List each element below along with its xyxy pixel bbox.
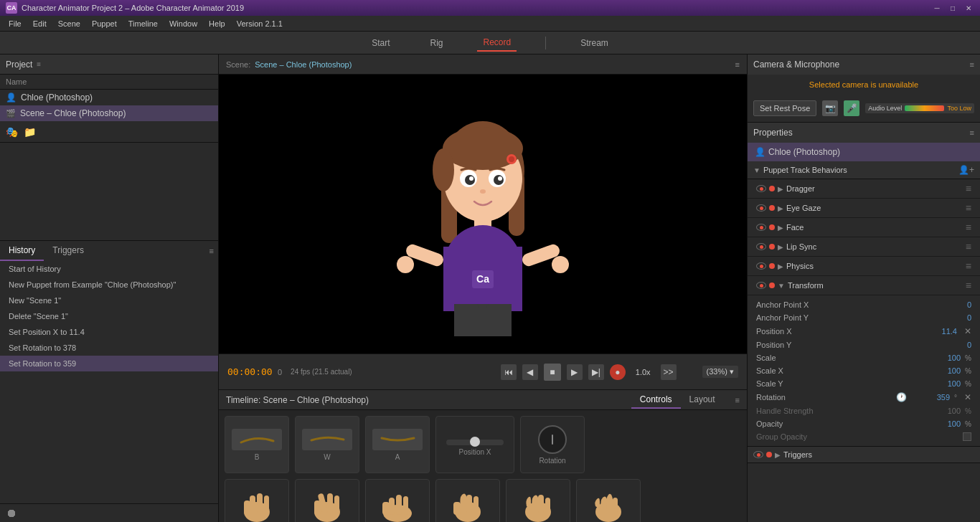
pos-y-value[interactable]: 0 — [936, 341, 971, 349]
eyegaze-menu-icon[interactable]: ≡ — [966, 202, 971, 214]
lipsync-menu-icon[interactable]: ≡ — [966, 241, 971, 252]
history-item-1[interactable]: New Puppet from Example "Chloe (Photosho… — [0, 277, 218, 293]
puppet-item[interactable]: 👤 Chloe (Photoshop) — [748, 143, 980, 161]
menu-scene[interactable]: Scene — [52, 18, 86, 29]
history-item-6[interactable]: Set Rotation to 359 — [0, 356, 218, 371]
toolbar-start[interactable]: Start — [366, 35, 395, 51]
properties-menu-icon[interactable]: ≡ — [970, 128, 974, 137]
tab-history[interactable]: History — [0, 241, 44, 261]
mic-icon[interactable]: 🎤 — [844, 100, 859, 116]
tab-triggers[interactable]: Triggers — [44, 241, 93, 261]
physics-dot-icon[interactable] — [769, 263, 775, 269]
minimize-button[interactable]: ─ — [931, 3, 943, 13]
pos-x-clear-icon[interactable]: ✕ — [964, 326, 971, 336]
history-item-5[interactable]: Set Rotation to 378 — [0, 340, 218, 356]
record-button[interactable]: ● — [610, 364, 626, 380]
eyegaze-dot-icon[interactable] — [769, 205, 775, 211]
group-opacity-checkbox[interactable] — [963, 432, 971, 441]
scene-menu-icon[interactable]: ≡ — [735, 60, 740, 69]
eyegaze-eye-icon[interactable] — [756, 204, 766, 212]
zoom-level[interactable]: (33%) ▾ — [702, 366, 738, 378]
triggers-dot-icon[interactable] — [766, 452, 772, 457]
project-item-scene[interactable]: 🎬 Scene – Chloe (Photoshop) — [0, 105, 218, 121]
history-menu-icon[interactable]: ≡ — [209, 247, 214, 255]
scale-value[interactable]: 100 — [925, 353, 961, 362]
dragger-menu-icon[interactable]: ≡ — [966, 183, 971, 194]
play-button[interactable]: ▶ — [567, 364, 583, 380]
hand-control-3[interactable] — [365, 479, 430, 522]
tab-layout[interactable]: Layout — [681, 392, 724, 409]
physics-eye-icon[interactable] — [756, 262, 766, 270]
transform-dot-icon[interactable] — [769, 283, 775, 288]
history-item-2[interactable]: New "Scene 1" — [0, 293, 218, 308]
eyebrow-w-control[interactable]: W — [295, 416, 359, 473]
rotation-control[interactable]: Rotation — [520, 416, 585, 473]
project-menu-icon[interactable]: ≡ — [37, 60, 41, 68]
face-dot-icon[interactable] — [769, 224, 775, 230]
behaviors-section-header[interactable]: ▼ Puppet Track Behaviors 👤+ — [748, 161, 980, 179]
physics-menu-icon[interactable]: ≡ — [966, 260, 971, 272]
anchor-x-value[interactable]: 0 — [936, 300, 971, 309]
hand-control-2[interactable] — [295, 479, 359, 522]
face-eye-icon[interactable] — [756, 224, 766, 231]
behavior-lipsync[interactable]: ▶ Lip Sync ≡ — [748, 237, 980, 257]
menu-edit[interactable]: Edit — [27, 18, 52, 29]
position-x-knob[interactable] — [470, 437, 480, 447]
hand-control-1[interactable] — [225, 479, 289, 522]
transform-eye-icon[interactable] — [756, 282, 766, 289]
scale-x-value[interactable]: 100 — [925, 366, 961, 375]
toolbar-stream[interactable]: Stream — [575, 35, 614, 51]
camera-menu-icon[interactable]: ≡ — [970, 60, 974, 69]
physics-chevron-icon[interactable]: ▶ — [778, 262, 783, 270]
menu-window[interactable]: Window — [164, 18, 203, 29]
history-item-3[interactable]: Delete "Scene 1" — [0, 308, 218, 324]
transform-menu-icon[interactable]: ≡ — [966, 280, 971, 291]
stop-button[interactable]: ■ — [544, 364, 561, 381]
position-x-control[interactable]: Position X — [435, 416, 514, 473]
behavior-transform[interactable]: ▼ Transform ≡ — [748, 276, 980, 295]
lipsync-dot-icon[interactable] — [769, 244, 775, 250]
behavior-physics[interactable]: ▶ Physics ≡ — [748, 257, 980, 276]
dragger-chevron-icon[interactable]: ▶ — [778, 185, 783, 193]
behavior-eyegaze[interactable]: ▶ Eye Gaze ≡ — [748, 199, 980, 218]
menu-puppet[interactable]: Puppet — [86, 18, 123, 29]
triggers-eye-icon[interactable] — [753, 451, 763, 458]
menu-timeline[interactable]: Timeline — [123, 18, 164, 29]
opacity-value[interactable]: 100 — [925, 419, 961, 428]
lipsync-chevron-icon[interactable]: ▶ — [778, 243, 783, 251]
toolbar-rig[interactable]: Rig — [424, 35, 448, 51]
transform-chevron-icon[interactable]: ▼ — [778, 282, 785, 290]
tab-controls[interactable]: Controls — [631, 392, 681, 409]
toolbar-record[interactable]: Record — [477, 34, 517, 52]
rotation-clear-icon[interactable]: ✕ — [964, 392, 971, 402]
set-rest-pose-button[interactable]: Set Rest Pose — [753, 100, 816, 116]
eyegaze-chevron-icon[interactable]: ▶ — [778, 204, 783, 212]
step-back-button[interactable]: ◀ — [522, 364, 538, 380]
rotation-knob-circle[interactable] — [538, 425, 567, 454]
timeline-menu-icon[interactable]: ≡ — [735, 396, 740, 404]
record-icon[interactable]: ⏺ — [6, 507, 17, 520]
history-item-0[interactable]: Start of History — [0, 261, 218, 277]
fast-forward-button[interactable]: >> — [661, 364, 677, 380]
hand-control-5[interactable] — [506, 479, 570, 522]
close-button[interactable]: ✕ — [963, 3, 974, 13]
behaviors-add-icon[interactable]: 👤+ — [958, 165, 974, 175]
hand-control-4[interactable] — [435, 479, 500, 522]
anchor-y-value[interactable]: 0 — [936, 313, 971, 322]
dragger-dot-icon[interactable] — [769, 186, 775, 191]
rotation-clock-icon[interactable]: 🕐 — [896, 392, 907, 402]
hand-control-6[interactable] — [576, 479, 641, 522]
new-folder-icon[interactable]: 📁 — [24, 126, 36, 138]
face-chevron-icon[interactable]: ▶ — [778, 224, 783, 232]
pos-x-value[interactable]: 11.4 — [921, 327, 957, 336]
rotation-prop-value[interactable]: 359 — [914, 393, 950, 402]
behavior-face[interactable]: ▶ Face ≡ — [748, 218, 980, 237]
eyebrow-a-control[interactable]: A — [365, 416, 430, 473]
menu-file[interactable]: File — [3, 18, 27, 29]
step-forward-button[interactable]: ▶| — [588, 364, 604, 380]
camera-icon[interactable]: 📷 — [822, 100, 838, 116]
face-menu-icon[interactable]: ≡ — [966, 222, 971, 233]
project-item-puppet[interactable]: 👤 Chloe (Photoshop) — [0, 90, 218, 105]
behavior-dragger[interactable]: ▶ Dragger ≡ — [748, 179, 980, 199]
menu-help[interactable]: Help — [203, 18, 231, 29]
